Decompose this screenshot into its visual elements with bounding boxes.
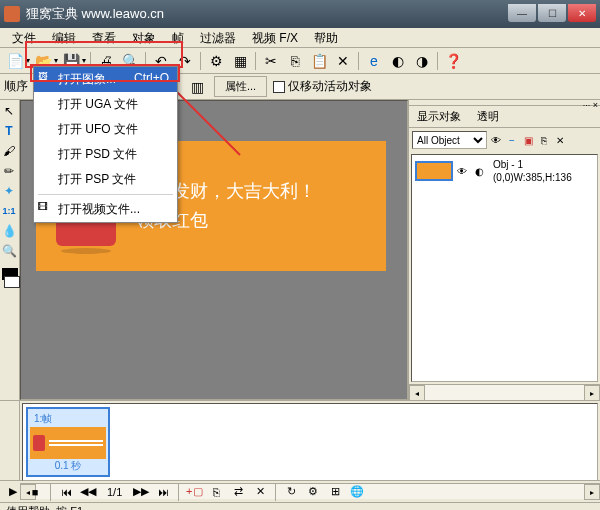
lock-icon[interactable]: ◐ [475, 166, 489, 177]
delete-button[interactable]: ✕ [332, 50, 354, 72]
paste-button[interactable]: 📋 [308, 50, 330, 72]
window-title: 狸窝宝典 www.leawo.cn [26, 5, 506, 23]
layer3-button[interactable]: ▥ [186, 76, 208, 98]
scroll-right-icon[interactable]: ▸ [584, 385, 600, 401]
app-icon [4, 6, 20, 22]
vertical-toolbar: ↖ T 🖌 ✏ ✦ 1:1 💧 🔍 [0, 100, 20, 400]
help-button[interactable]: ❓ [442, 50, 464, 72]
close-button[interactable]: ✕ [568, 4, 596, 22]
object-filter-combo[interactable]: All Object [412, 131, 487, 149]
transparent-tab[interactable]: 透明 [469, 106, 507, 127]
object-thumbnail [415, 161, 453, 181]
effect2-button[interactable]: ◑ [411, 50, 433, 72]
background-color[interactable] [4, 276, 20, 288]
timeline-panel: 1:帧 0.1 秒 ◂ ▸ [0, 400, 600, 480]
menu-video[interactable]: 视频 F/X [244, 28, 306, 47]
object-info: Obj - 1 (0,0)W:385,H:136 [493, 158, 572, 184]
order-label: 顺序 [4, 78, 28, 95]
browser-button[interactable]: e [363, 50, 385, 72]
object-panel: ··· × 显示对象 透明 All Object 👁 − ▣ ⎘ ✕ 👁 ◐ O… [408, 100, 600, 400]
dup-obj-icon[interactable]: ⎘ [537, 133, 551, 147]
visibility-icon[interactable]: 👁 [457, 166, 471, 177]
tile-button[interactable]: ▦ [229, 50, 251, 72]
brush-tool[interactable]: 🖌 [0, 142, 18, 160]
new-button[interactable]: 📄 [4, 50, 26, 72]
first-frame-button[interactable]: ⏮ [57, 483, 75, 501]
optimize-button[interactable]: ⚙ [205, 50, 227, 72]
cut-button[interactable]: ✂ [260, 50, 282, 72]
frame-thumbnail [30, 427, 106, 459]
add-obj-icon[interactable]: ▣ [521, 133, 535, 147]
object-list[interactable]: 👁 ◐ Obj - 1 (0,0)W:385,H:136 [411, 154, 598, 382]
frame-counter: 1/1 [101, 486, 128, 498]
only-move-checkbox[interactable] [273, 81, 285, 93]
prev-frame-button[interactable]: ◀◀ [79, 483, 97, 501]
image-icon: 🖼 [38, 71, 52, 85]
dup-frame-button[interactable]: ⎘ [207, 483, 225, 501]
scroll-right-icon[interactable]: ▸ [584, 484, 600, 500]
open-psp-item[interactable]: 打开 PSP 文件 [34, 167, 177, 192]
menu-edit[interactable]: 编辑 [44, 28, 84, 47]
menubar: 文件 编辑 查看 对象 帧 过滤器 视频 F/X 帮助 [0, 28, 600, 48]
loop-button[interactable]: ↻ [282, 483, 300, 501]
effect1-button[interactable]: ◐ [387, 50, 409, 72]
marker-tool[interactable]: ✏ [0, 162, 18, 180]
timeline-frames[interactable]: 1:帧 0.1 秒 [22, 403, 598, 481]
wand-tool[interactable]: ✦ [0, 182, 18, 200]
menu-file[interactable]: 文件 [4, 28, 44, 47]
status-bar: 使用帮助, 按 F1 [0, 502, 600, 510]
open-video-item[interactable]: 🎞 打开视频文件... [34, 197, 177, 222]
properties-button[interactable]: 属性... [214, 76, 267, 97]
globe-button[interactable]: 🌐 [348, 483, 366, 501]
last-frame-button[interactable]: ⏭ [154, 483, 172, 501]
copy-button[interactable]: ⎘ [284, 50, 306, 72]
open-dropdown-menu: 🖼 打开图象... Ctrl+O 打开 UGA 文件 打开 UFO 文件 打开 … [33, 66, 178, 223]
maximize-button[interactable]: ☐ [538, 4, 566, 22]
menu-help[interactable]: 帮助 [306, 28, 346, 47]
del-frame-button[interactable]: ✕ [251, 483, 269, 501]
text-tool[interactable]: T [0, 122, 18, 140]
frame-1[interactable]: 1:帧 0.1 秒 [26, 407, 110, 477]
del-obj-icon[interactable]: ✕ [553, 133, 567, 147]
eye-icon[interactable]: 👁 [489, 133, 503, 147]
stop-button[interactable]: ■ [26, 483, 44, 501]
minimize-button[interactable]: — [508, 4, 536, 22]
next-frame-button[interactable]: ▶▶ [132, 483, 150, 501]
menu-view[interactable]: 查看 [84, 28, 124, 47]
open-ufo-item[interactable]: 打开 UFO 文件 [34, 117, 177, 142]
settings2-button[interactable]: ⊞ [326, 483, 344, 501]
settings-button[interactable]: ⚙ [304, 483, 322, 501]
menu-frame[interactable]: 帧 [164, 28, 192, 47]
video-icon: 🎞 [38, 201, 52, 215]
zoom-button[interactable]: 1:1 [0, 202, 18, 220]
scroll-left-icon[interactable]: ◂ [409, 385, 425, 401]
minus-icon[interactable]: − [505, 133, 519, 147]
open-psd-item[interactable]: 打开 PSD 文件 [34, 142, 177, 167]
panel-hscroll[interactable]: ◂ ▸ [409, 384, 600, 400]
tween-button[interactable]: ⇄ [229, 483, 247, 501]
menu-object[interactable]: 对象 [124, 28, 164, 47]
play-button[interactable]: ▶ [4, 483, 22, 501]
menu-filter[interactable]: 过滤器 [192, 28, 244, 47]
open-uga-item[interactable]: 打开 UGA 文件 [34, 92, 177, 117]
show-object-tab[interactable]: 显示对象 [409, 106, 469, 127]
eyedropper-tool[interactable]: 💧 [0, 222, 18, 240]
add-frame-button[interactable]: +▢ [185, 483, 203, 501]
only-move-label: 仅移动活动对象 [288, 78, 372, 95]
object-row[interactable]: 👁 ◐ Obj - 1 (0,0)W:385,H:136 [412, 155, 597, 187]
zoom-tool[interactable]: 🔍 [0, 242, 18, 260]
open-image-item[interactable]: 🖼 打开图象... Ctrl+O [34, 67, 177, 92]
pointer-tool[interactable]: ↖ [0, 102, 18, 120]
